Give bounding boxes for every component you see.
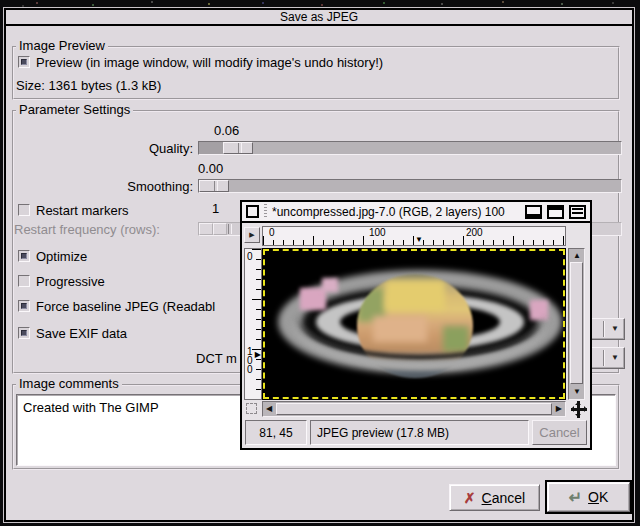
dct-method-label: DCT m [196,351,237,366]
status-message: JPEG preview (17.8 MB) [317,426,449,440]
h-ruler-tick-0: 0 [269,228,275,238]
dialog-titlebar[interactable]: Save as JPEG [6,10,632,26]
save-exif-checkbox[interactable] [18,327,30,339]
progress-cancel-label: Cancel [539,425,579,440]
quality-slider[interactable] [198,141,622,155]
dialog-title: Save as JPEG [280,10,358,24]
chevron-down-icon: ▼ [611,353,619,362]
cancel-button[interactable]: ✗ Cancel [449,484,540,511]
vertical-scrollbar-thumb[interactable] [570,262,583,384]
scroll-right-icon[interactable]: ▶ [556,405,562,413]
restart-frequency-slider-cell [213,223,227,235]
ok-arrow-icon: ↵ [569,488,582,507]
v-ruler-tick-0: 0 [247,252,255,261]
optimize-label: Optimize [36,249,87,264]
restart-markers-label: Restart markers [36,203,128,218]
quality-label: Quality: [66,141,193,156]
size-text: Size: 1361 bytes (1.3 kB) [16,78,161,93]
parameter-settings-frame-label: Parameter Settings [16,103,133,117]
titlebar-separator [264,204,267,219]
ok-button-default-ring: ↵ OK [545,480,632,514]
progress-cancel-button[interactable]: Cancel [532,420,587,445]
smoothing-slider[interactable] [198,179,622,193]
smoothing-slider-handle[interactable] [199,180,229,192]
restart-frequency-slider-handle [199,223,213,235]
progressive-label: Progressive [36,274,105,289]
horizontal-ruler: 0 100 200 ▼ [262,226,566,246]
smoothing-label: Smoothing: [66,179,193,194]
maximize-icon[interactable] [547,205,564,219]
cursor-position-value: 81, 45 [259,426,292,440]
image-menu-button[interactable]: ▶ [244,227,260,243]
pan-icon[interactable] [570,401,588,418]
quality-value: 0.06 [214,123,239,138]
scroll-up-icon[interactable]: ▲ [573,252,581,260]
chevron-down-icon: ▼ [611,324,619,333]
comments-text: Created with The GIMP [23,400,159,415]
scroll-down-icon[interactable]: ▼ [573,388,581,396]
preview-checkbox[interactable] [18,56,30,68]
restart-frequency-label: Restart frequency (rows): [14,222,160,237]
pan-up-arrow [575,399,581,405]
v-ruler-marker-icon: ▶ [255,351,261,359]
v-ruler-tick-100: 100 [247,347,255,374]
quality-slider-fill [199,142,223,154]
ok-button-label: OK [588,489,608,505]
window-icon[interactable] [246,205,259,218]
h-ruler-tick-200: 200 [466,228,483,238]
iconify-icon[interactable] [525,205,542,219]
quality-slider-handle[interactable] [223,142,253,154]
save-exif-label: Save EXIF data [36,326,127,341]
image-canvas [262,248,566,400]
h-ruler-tick-100: 100 [369,228,386,238]
desktop: Save as JPEG Image Preview Preview (in i… [0,0,640,526]
pan-left-arrow [568,406,574,412]
h-ruler-marker-icon: ▼ [415,236,423,244]
preview-checkbox-label: Preview (in image window, will modify im… [36,55,383,70]
vertical-ruler: 0 100 ▶ [244,248,262,400]
smoothing-value: 0.00 [198,161,223,176]
image-comments-frame-label: Image comments [16,377,122,391]
image-preview-window: *uncompressed.jpg-7.0 (RGB, 2 layers) 10… [240,200,592,450]
triangle-right-icon: ▶ [249,231,254,239]
horizontal-scrollbar-thumb[interactable] [276,403,552,415]
front-ring [290,270,550,370]
restart-markers-checkbox[interactable] [18,204,30,216]
pan-right-arrow [584,406,590,412]
cancel-button-label: Cancel [482,490,526,506]
quickmask-toggle[interactable] [246,403,257,414]
scroll-left-icon[interactable]: ◀ [266,405,272,413]
force-baseline-label: Force baseline JPEG (Readabl [36,299,215,314]
status-message-box: JPEG preview (17.8 MB) [310,420,529,445]
force-baseline-checkbox[interactable] [18,300,30,312]
cancel-x-icon: ✗ [464,490,476,506]
ok-button[interactable]: ↵ OK [547,482,630,512]
cursor-position-box: 81, 45 [245,420,307,445]
restart-frequency-value: 1 [212,201,219,216]
vertical-scrollbar[interactable]: ▲ ▼ [568,248,585,400]
dropdown-separator [603,321,605,337]
dropdown-separator [603,350,605,366]
preview-window-titlebar[interactable]: *uncompressed.jpg-7.0 (RGB, 2 layers) 10… [242,202,590,223]
progressive-checkbox[interactable] [18,275,30,287]
desktop-noise [0,0,2,2]
preview-window-title: *uncompressed.jpg-7.0 (RGB, 2 layers) 10… [272,205,520,219]
horizontal-scrollbar[interactable]: ◀ ▶ [262,401,566,417]
window-menu-icon[interactable] [569,205,586,219]
image-preview-frame-label: Image Preview [16,39,108,53]
optimize-checkbox[interactable] [18,250,30,262]
